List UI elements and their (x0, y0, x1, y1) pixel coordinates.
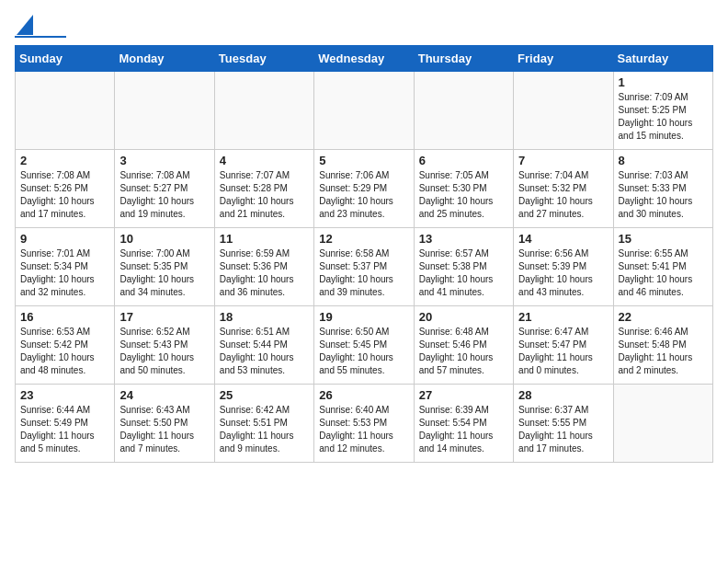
day-number: 14 (518, 232, 608, 246)
day-info: Sunrise: 7:03 AM Sunset: 5:33 PM Dayligh… (619, 169, 708, 221)
day-info: Sunrise: 7:09 AM Sunset: 5:25 PM Dayligh… (619, 91, 708, 143)
calendar-cell: 9Sunrise: 7:01 AM Sunset: 5:34 PM Daylig… (16, 228, 115, 306)
day-number: 1 (619, 75, 708, 89)
day-number: 28 (518, 388, 608, 402)
calendar-cell: 4Sunrise: 7:07 AM Sunset: 5:28 PM Daylig… (214, 150, 313, 228)
calendar-table: SundayMondayTuesdayWednesdayThursdayFrid… (15, 45, 713, 463)
calendar-week-row: 9Sunrise: 7:01 AM Sunset: 5:34 PM Daylig… (16, 228, 713, 306)
day-info: Sunrise: 7:05 AM Sunset: 5:30 PM Dayligh… (419, 169, 508, 221)
day-info: Sunrise: 6:42 AM Sunset: 5:51 PM Dayligh… (220, 404, 309, 455)
day-number: 18 (220, 310, 309, 324)
day-info: Sunrise: 6:40 AM Sunset: 5:53 PM Dayligh… (319, 404, 408, 455)
calendar-cell: 18Sunrise: 6:51 AM Sunset: 5:44 PM Dayli… (214, 306, 313, 385)
day-info: Sunrise: 7:01 AM Sunset: 5:34 PM Dayligh… (20, 247, 109, 299)
calendar-header-row: SundayMondayTuesdayWednesdayThursdayFrid… (16, 46, 713, 72)
day-number: 17 (119, 310, 209, 324)
day-number: 19 (319, 310, 408, 324)
day-number: 20 (419, 310, 508, 324)
day-info: Sunrise: 7:08 AM Sunset: 5:27 PM Dayligh… (119, 169, 209, 221)
day-number: 22 (619, 310, 708, 324)
calendar-cell: 23Sunrise: 6:44 AM Sunset: 5:49 PM Dayli… (16, 385, 115, 463)
calendar-cell: 19Sunrise: 6:50 AM Sunset: 5:45 PM Dayli… (314, 306, 414, 385)
day-info: Sunrise: 7:04 AM Sunset: 5:32 PM Dayligh… (518, 169, 608, 221)
calendar-cell: 21Sunrise: 6:47 AM Sunset: 5:47 PM Dayli… (514, 306, 613, 385)
day-info: Sunrise: 6:39 AM Sunset: 5:54 PM Dayligh… (419, 404, 508, 455)
calendar-cell: 15Sunrise: 6:55 AM Sunset: 5:41 PM Dayli… (613, 228, 712, 306)
day-info: Sunrise: 7:08 AM Sunset: 5:26 PM Dayligh… (20, 169, 109, 221)
calendar-cell: 24Sunrise: 6:43 AM Sunset: 5:50 PM Dayli… (115, 385, 214, 463)
calendar-week-row: 16Sunrise: 6:53 AM Sunset: 5:42 PM Dayli… (16, 306, 713, 385)
day-info: Sunrise: 6:52 AM Sunset: 5:43 PM Dayligh… (119, 326, 209, 377)
weekday-header-wednesday: Wednesday (314, 46, 414, 72)
calendar-cell: 14Sunrise: 6:56 AM Sunset: 5:39 PM Dayli… (514, 228, 613, 306)
calendar-cell: 8Sunrise: 7:03 AM Sunset: 5:33 PM Daylig… (613, 150, 712, 228)
weekday-header-friday: Friday (514, 46, 613, 72)
calendar-cell (16, 72, 115, 150)
day-number: 2 (20, 154, 109, 167)
calendar-cell: 10Sunrise: 7:00 AM Sunset: 5:35 PM Dayli… (115, 228, 214, 306)
day-number: 11 (220, 232, 309, 246)
calendar-cell: 25Sunrise: 6:42 AM Sunset: 5:51 PM Dayli… (214, 385, 313, 463)
day-number: 27 (419, 388, 508, 402)
day-info: Sunrise: 6:48 AM Sunset: 5:46 PM Dayligh… (419, 326, 508, 377)
logo (15, 15, 70, 38)
calendar-cell: 5Sunrise: 7:06 AM Sunset: 5:29 PM Daylig… (314, 150, 414, 228)
day-info: Sunrise: 6:43 AM Sunset: 5:50 PM Dayligh… (119, 404, 209, 455)
day-number: 4 (220, 154, 309, 167)
weekday-header-thursday: Thursday (414, 46, 513, 72)
day-number: 24 (119, 388, 209, 402)
calendar-cell: 6Sunrise: 7:05 AM Sunset: 5:30 PM Daylig… (414, 150, 513, 228)
day-info: Sunrise: 6:53 AM Sunset: 5:42 PM Dayligh… (20, 326, 109, 377)
day-number: 12 (319, 232, 408, 246)
page-header (15, 15, 713, 38)
calendar-cell (115, 72, 214, 150)
day-info: Sunrise: 6:56 AM Sunset: 5:39 PM Dayligh… (518, 247, 608, 299)
calendar-cell: 1Sunrise: 7:09 AM Sunset: 5:25 PM Daylig… (613, 72, 712, 150)
calendar-cell (214, 72, 313, 150)
svg-marker-0 (17, 15, 33, 35)
calendar-cell (613, 385, 712, 463)
day-number: 6 (419, 154, 508, 167)
calendar-cell: 12Sunrise: 6:58 AM Sunset: 5:37 PM Dayli… (314, 228, 414, 306)
calendar-cell: 11Sunrise: 6:59 AM Sunset: 5:36 PM Dayli… (214, 228, 313, 306)
day-info: Sunrise: 6:46 AM Sunset: 5:48 PM Dayligh… (619, 326, 708, 377)
day-number: 8 (619, 154, 708, 167)
calendar-cell: 27Sunrise: 6:39 AM Sunset: 5:54 PM Dayli… (414, 385, 513, 463)
calendar-cell (314, 72, 414, 150)
day-info: Sunrise: 6:44 AM Sunset: 5:49 PM Dayligh… (20, 404, 109, 455)
calendar-cell: 13Sunrise: 6:57 AM Sunset: 5:38 PM Dayli… (414, 228, 513, 306)
day-info: Sunrise: 7:07 AM Sunset: 5:28 PM Dayligh… (220, 169, 309, 221)
calendar-week-row: 23Sunrise: 6:44 AM Sunset: 5:49 PM Dayli… (16, 385, 713, 463)
day-number: 10 (119, 232, 209, 246)
logo-triangle-icon (17, 15, 33, 35)
day-number: 15 (619, 232, 708, 246)
calendar-cell: 7Sunrise: 7:04 AM Sunset: 5:32 PM Daylig… (514, 150, 613, 228)
day-info: Sunrise: 6:47 AM Sunset: 5:47 PM Dayligh… (518, 326, 608, 377)
day-info: Sunrise: 6:51 AM Sunset: 5:44 PM Dayligh… (220, 326, 309, 377)
calendar-week-row: 2Sunrise: 7:08 AM Sunset: 5:26 PM Daylig… (16, 150, 713, 228)
day-info: Sunrise: 6:55 AM Sunset: 5:41 PM Dayligh… (619, 247, 708, 299)
calendar-cell: 28Sunrise: 6:37 AM Sunset: 5:55 PM Dayli… (514, 385, 613, 463)
calendar-cell (414, 72, 513, 150)
day-info: Sunrise: 6:37 AM Sunset: 5:55 PM Dayligh… (518, 404, 608, 455)
calendar-cell: 20Sunrise: 6:48 AM Sunset: 5:46 PM Dayli… (414, 306, 513, 385)
calendar-cell: 26Sunrise: 6:40 AM Sunset: 5:53 PM Dayli… (314, 385, 414, 463)
day-info: Sunrise: 7:00 AM Sunset: 5:35 PM Dayligh… (119, 247, 209, 299)
day-info: Sunrise: 6:59 AM Sunset: 5:36 PM Dayligh… (220, 247, 309, 299)
day-number: 16 (20, 310, 109, 324)
weekday-header-saturday: Saturday (613, 46, 712, 72)
day-info: Sunrise: 6:50 AM Sunset: 5:45 PM Dayligh… (319, 326, 408, 377)
calendar-week-row: 1Sunrise: 7:09 AM Sunset: 5:25 PM Daylig… (16, 72, 713, 150)
day-number: 7 (518, 154, 608, 167)
calendar-cell: 22Sunrise: 6:46 AM Sunset: 5:48 PM Dayli… (613, 306, 712, 385)
calendar-cell: 17Sunrise: 6:52 AM Sunset: 5:43 PM Dayli… (115, 306, 214, 385)
day-info: Sunrise: 6:58 AM Sunset: 5:37 PM Dayligh… (319, 247, 408, 299)
calendar-cell: 16Sunrise: 6:53 AM Sunset: 5:42 PM Dayli… (16, 306, 115, 385)
weekday-header-monday: Monday (115, 46, 214, 72)
day-number: 9 (20, 232, 109, 246)
calendar-cell (514, 72, 613, 150)
calendar-cell: 2Sunrise: 7:08 AM Sunset: 5:26 PM Daylig… (16, 150, 115, 228)
weekday-header-tuesday: Tuesday (214, 46, 313, 72)
day-number: 5 (319, 154, 408, 167)
weekday-header-sunday: Sunday (16, 46, 115, 72)
